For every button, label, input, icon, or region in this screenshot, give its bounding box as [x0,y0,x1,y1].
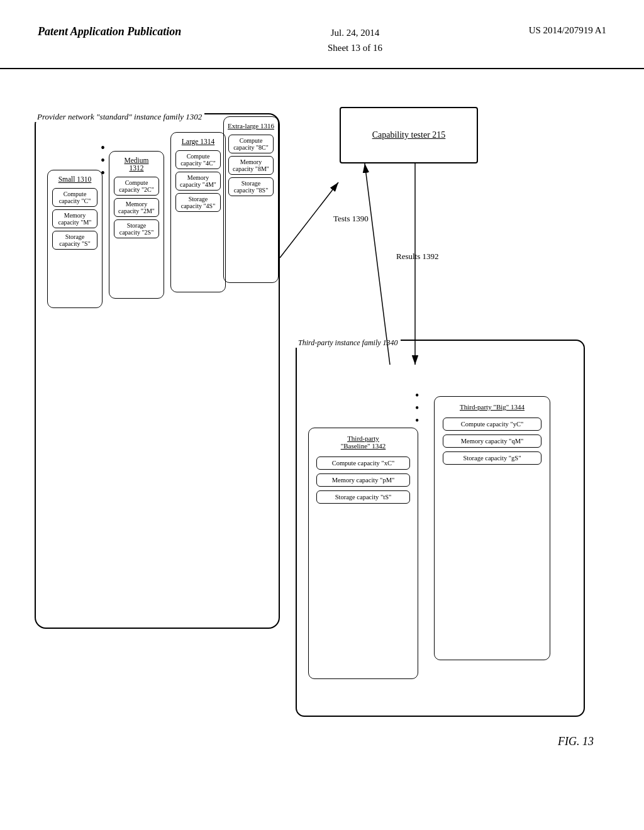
svg-line-2 [280,182,338,258]
small-storage: Storage capacity "S" [52,231,97,250]
svg-line-4 [365,163,390,365]
tp-baseline-storage: Storage capacity "tS" [316,490,409,504]
tp-baseline-memory: Memory capacity "pM" [316,473,409,487]
large-storage: Storage capacity "4S" [175,193,221,212]
small-memory: Memory capacity "M" [52,209,97,228]
diagram-area: Provider network "standard" instance fam… [0,69,644,811]
medium-instance-box: Medium1312 Compute capacity "2C" Memory … [109,151,164,299]
patent-number: US 2014/207919 A1 [529,25,606,36]
sheet-info: Sheet 13 of 16 [328,43,382,53]
large-memory: Memory capacity "4M" [175,172,221,191]
provider-dots: ••• [101,141,105,179]
xl-compute: Compute capacity "8C" [228,135,274,153]
tp-baseline-compute: Compute capacity "xC" [316,456,409,470]
tp-big-box: Third-party "Big" 1344 Compute capacity … [434,396,550,660]
small-instance-title: Small 1310 [58,175,92,183]
tp-baseline-title: Third-party"Baseline" 1342 [341,434,386,450]
xl-instance-box: Extra-large 1316 Compute capacity "8C" M… [223,116,279,283]
tp-big-memory: Memory capacity "qM" [443,434,541,448]
xl-storage: Storage capacity "8S" [228,177,274,196]
tp-big-compute: Compute capacity "yC" [443,418,541,431]
third-party-family-label: Third-party instance family 1340 [296,338,401,348]
tp-dots: ••• [415,390,419,427]
tests-label: Tests 1390 [333,214,369,224]
page-header: Patent Application Publication Jul. 24, … [0,0,644,69]
fig-label: FIG. 13 [558,735,594,748]
large-instance-box: Large 1314 Compute capacity "4C" Memory … [170,132,226,292]
tp-baseline-box: Third-party"Baseline" 1342 Compute capac… [308,428,418,679]
tp-big-storage: Storage capacity "gS" [443,451,541,465]
capability-tester-box: Capability tester 215 [340,107,478,163]
large-compute: Compute capacity "4C" [175,150,221,169]
provider-network-label: Provider network "standard" instance fam… [35,112,204,122]
medium-compute: Compute capacity "2C" [114,177,159,196]
medium-memory: Memory capacity "2M" [114,198,159,217]
publication-date-sheet: Jul. 24, 2014 Sheet 13 of 16 [328,25,382,55]
medium-storage: Storage capacity "2S" [114,219,159,238]
xl-memory: Memory capacity "8M" [228,156,274,175]
small-instance-box: Small 1310 Compute capacity "C" Memory c… [47,170,103,308]
xl-instance-title: Extra-large 1316 [228,122,274,130]
capability-tester-label: Capability tester 215 [372,130,446,140]
tp-big-title: Third-party "Big" 1344 [460,403,525,411]
publication-date: Jul. 24, 2014 [331,28,380,38]
large-instance-title: Large 1314 [182,138,214,145]
small-compute: Compute capacity "C" [52,188,97,207]
results-label: Results 1392 [396,252,439,262]
publication-title: Patent Application Publication [38,25,181,38]
medium-instance-title: Medium1312 [125,157,149,172]
